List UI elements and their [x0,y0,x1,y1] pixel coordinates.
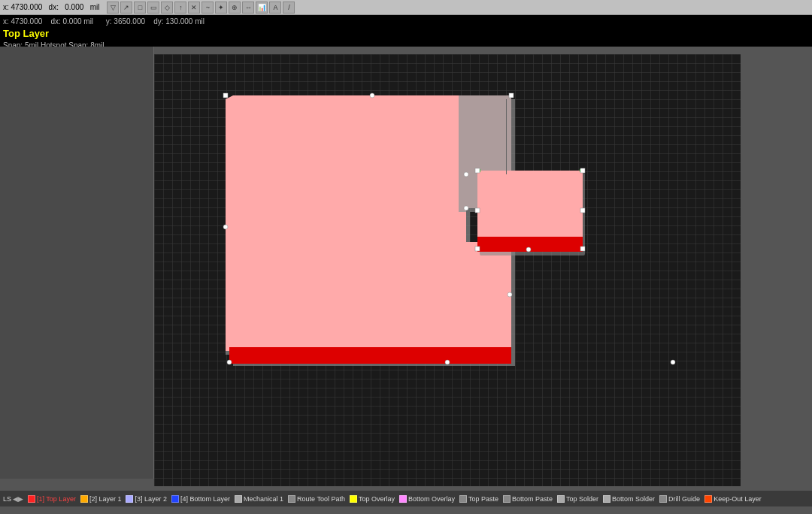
tool-text[interactable]: A [269,2,281,14]
tool-upload[interactable]: ↑ [174,2,186,14]
canvas-area[interactable] [0,47,812,490]
layer-keepout[interactable]: Keep-Out Layer [704,495,762,503]
layer-mech1[interactable]: Mechanical 1 [235,495,283,503]
layer-top-solder[interactable]: Top Solder [557,495,598,503]
info-panel: x: 4730.000 dx: 0.000 mil y: 3650.000 dy… [0,15,812,47]
layer-top-color [28,495,35,503]
svg-point-10 [508,292,512,297]
layer-top-overlay-color [350,495,357,503]
svg-point-12 [671,360,675,364]
svg-point-14 [227,360,232,364]
x-coord: x: 4730.000 dx: 0.000 mil [3,3,99,11]
svg-rect-23 [580,208,585,213]
tool-measure[interactable]: ↔ [242,2,254,14]
layer-bottom[interactable]: [4] Bottom Layer [171,495,230,503]
toolbar: x: 4730.000 dx: 0.000 mil ▽ ↗ □ ▭ ◇ ↑ ✕ … [0,0,812,15]
crosshair-cursor [506,99,507,174]
svg-rect-27 [475,208,480,213]
pcb-canvas[interactable] [154,54,741,486]
layer-bottom-solder-color [603,495,611,503]
coords-line: x: 4730.000 dx: 0.000 mil y: 3650.000 dy… [3,17,809,27]
layer-bottom-solder[interactable]: Bottom Solder [603,495,655,503]
svg-rect-26 [475,246,480,251]
svg-rect-4 [223,93,228,98]
left-sidebar [0,47,154,479]
svg-point-7 [464,172,468,177]
layer-bottom-color [171,495,179,503]
svg-rect-24 [580,246,585,251]
svg-point-8 [464,206,468,210]
layer-2[interactable]: [3] Layer 2 [126,495,167,503]
layer-name: Top Layer [3,27,809,41]
x-coordinate: x: 4730.000 [3,17,42,26]
dy-coordinate: dy: 130.000 mil [153,17,205,26]
layer-1[interactable]: [2] Layer 1 [80,495,122,503]
svg-point-25 [526,247,531,252]
layer-top[interactable]: [1] Top Layer [28,495,76,503]
tool-zoom[interactable]: ⊕ [229,2,241,14]
tool-shape[interactable]: ◇ [161,2,173,14]
tool-pencil[interactable]: / [283,2,295,14]
dx-coordinate: dx: 0.000 mil [50,17,93,26]
layer-2-color [126,495,133,503]
layer-top-paste[interactable]: Top Paste [459,495,498,503]
layer-bottom-overlay-color [399,495,407,503]
layer-bottom-paste[interactable]: Bottom Paste [503,495,553,503]
layer-route-color [288,495,295,503]
layer-route[interactable]: Route Tool Path [288,495,345,503]
svg-point-13 [445,360,450,364]
tool-rect2[interactable]: ▭ [147,2,159,14]
tool-triangle[interactable]: ▽ [107,2,119,14]
y-coordinate: y: 3650.000 [106,17,145,26]
svg-rect-6 [509,93,514,98]
layer-bar[interactable]: LS ◀▶ [1] Top Layer [2] Layer 1 [3] Laye… [0,490,812,506]
svg-point-5 [370,93,374,98]
tool-star[interactable]: ✦ [215,2,227,14]
small-component-svg [477,171,590,261]
layer-keepout-color [704,495,712,503]
layer-bottom-overlay[interactable]: Bottom Overlay [399,495,455,503]
layer-mech1-color [235,495,242,503]
layer-ls[interactable]: LS ◀▶ [3,495,23,503]
layer-drill-color [659,495,667,503]
tool-chart[interactable]: 📊 [256,2,268,14]
tool-arrow[interactable]: ↗ [120,2,132,14]
svg-point-15 [223,225,228,229]
tool-route[interactable]: ~ [201,2,214,14]
layer-top-solder-color [557,495,565,503]
tool-cursor[interactable]: ✕ [188,2,200,14]
layer-1-color [80,495,88,503]
layer-bottom-paste-color [503,495,511,503]
layer-top-paste-color [459,495,467,503]
svg-rect-22 [580,168,585,173]
layer-top-overlay[interactable]: Top Overlay [350,495,395,503]
svg-rect-21 [475,168,480,173]
svg-rect-2 [229,347,511,364]
layer-drill[interactable]: Drill Guide [659,495,700,503]
tool-rect[interactable]: □ [134,2,146,14]
